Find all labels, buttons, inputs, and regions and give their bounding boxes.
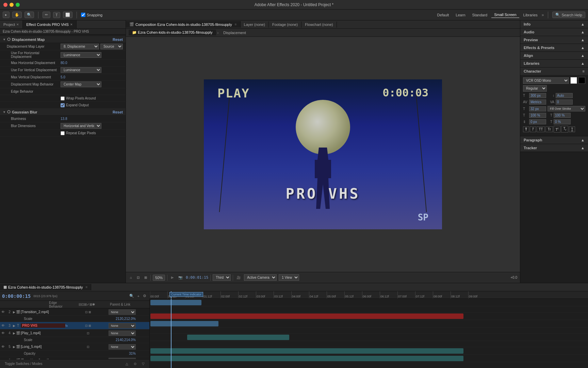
snapping-checkbox[interactable] bbox=[81, 13, 85, 17]
layer-5-name[interactable]: [Long_5.mp4] bbox=[21, 345, 68, 349]
layer-tab[interactable]: Layer (none) bbox=[241, 21, 269, 28]
viewer-preview-btn[interactable]: ⊳ bbox=[169, 275, 175, 280]
close-effect-controls-tab[interactable]: ✕ bbox=[70, 23, 73, 26]
char-tracking-input[interactable] bbox=[529, 99, 546, 105]
layer-4-sub-value[interactable]: 2140,214.0% bbox=[116, 338, 136, 342]
workspace-learn[interactable]: Learn bbox=[453, 12, 468, 18]
search-help-button[interactable]: 🔍 Search Help bbox=[552, 12, 585, 18]
maximize-button[interactable] bbox=[16, 3, 20, 7]
info-section-header[interactable]: Info ▲ bbox=[520, 20, 588, 28]
layer-5-expand[interactable]: ▶ bbox=[13, 345, 15, 349]
workspace-smallscreen[interactable]: Small Screen bbox=[491, 12, 519, 18]
max-v-displacement-value[interactable]: 5.0 bbox=[61, 75, 123, 79]
char-font-size-input[interactable] bbox=[529, 93, 546, 98]
character-menu-icon[interactable]: ≡ bbox=[583, 69, 585, 73]
char-fill-color[interactable] bbox=[570, 77, 577, 84]
h-displacement-select[interactable]: Luminance bbox=[61, 52, 101, 58]
footage-tab[interactable]: Footage (none) bbox=[269, 21, 301, 28]
tl-bar-6[interactable] bbox=[150, 348, 463, 354]
tool-text[interactable]: T bbox=[53, 12, 60, 18]
tl-bar-7[interactable] bbox=[150, 356, 463, 361]
tl-zoom-slider[interactable]: ⊙ bbox=[132, 361, 138, 366]
expand-output-checkbox[interactable] bbox=[61, 103, 65, 107]
char-italic-btn[interactable]: T bbox=[530, 126, 536, 132]
viewer-tab-displacement[interactable]: Displacement bbox=[220, 30, 249, 35]
tab-project[interactable]: Project ✕ bbox=[0, 20, 23, 28]
tab-effect-controls[interactable]: Effect Controls PRO VHS ✕ bbox=[23, 20, 77, 28]
layer-2-expand[interactable]: ▶ bbox=[13, 310, 15, 314]
layer-4-vis[interactable]: 👁 bbox=[0, 331, 6, 335]
align-section-header[interactable]: Align ▲ bbox=[520, 52, 588, 59]
char-tsf-input[interactable] bbox=[554, 119, 571, 124]
tool-shape[interactable]: ⬜ bbox=[63, 12, 72, 18]
tool-pen[interactable]: ✏ bbox=[43, 12, 50, 18]
workspace-default[interactable]: Default bbox=[435, 12, 452, 18]
tool-hand[interactable]: ✋ bbox=[12, 12, 22, 18]
viewer-home-btn[interactable]: ⌂ bbox=[129, 275, 133, 280]
viewer-camera-btn[interactable]: 📷 bbox=[177, 275, 184, 280]
timeline-tab-menu[interactable]: ≡ bbox=[86, 285, 88, 289]
tool-select[interactable]: ▸ bbox=[3, 12, 10, 18]
paragraph-section-header[interactable]: Paragraph ▲ bbox=[520, 136, 588, 144]
viewer-fit-btn[interactable]: ⊡ bbox=[135, 275, 141, 280]
comp-tab-close[interactable]: ≡ bbox=[235, 22, 237, 26]
layer-2-vis[interactable]: 👁 bbox=[0, 310, 6, 314]
layer-5-sub-value[interactable]: 31% bbox=[129, 352, 136, 355]
viewer-camera-select[interactable]: Active Camera bbox=[244, 274, 277, 281]
char-bold-btn[interactable]: T bbox=[523, 126, 529, 132]
layer-2-name[interactable]: [Transition_2.mp4] bbox=[21, 310, 68, 314]
tl-zoom-in-btn[interactable]: ▽ bbox=[140, 361, 147, 366]
layer-4-parent-select[interactable]: None bbox=[109, 331, 136, 336]
layer-3-parent-select[interactable]: None bbox=[109, 323, 136, 328]
workspace-more[interactable]: » bbox=[542, 13, 544, 17]
char-font-select[interactable]: VCR OSD Mono bbox=[523, 77, 569, 84]
tl-zoom-out-btn[interactable]: △ bbox=[124, 361, 130, 366]
gaussian-blur-reset[interactable]: Reset bbox=[113, 110, 123, 114]
viewer-safe-zones-btn[interactable]: ⊞ bbox=[143, 275, 148, 280]
char-stroke-size-input[interactable] bbox=[529, 106, 546, 111]
workspace-standard[interactable]: Standard bbox=[470, 12, 490, 18]
viewer-third-select[interactable]: Third Half Full bbox=[213, 274, 231, 281]
minimize-button[interactable] bbox=[10, 3, 14, 7]
tool-zoom[interactable]: 🔍 bbox=[24, 12, 34, 18]
displacement-map-layer-select[interactable]: 8. Displaceme bbox=[61, 44, 99, 49]
tracker-section-header[interactable]: Tracker ▲ bbox=[520, 144, 588, 152]
displacement-behavior-select[interactable]: Center Map bbox=[61, 81, 101, 87]
tl-search-btn[interactable]: 🔍 bbox=[128, 293, 135, 299]
viewer-view-count-select[interactable]: 1 View bbox=[279, 274, 299, 281]
char-stroke-color[interactable] bbox=[578, 77, 585, 84]
displacement-map-arrow[interactable]: ▼ bbox=[3, 38, 6, 41]
wrap-pixels-checkbox[interactable] bbox=[61, 96, 65, 101]
timeline-tab-main[interactable]: ▦ Ezra Cohen-kids-in-studio-138705-films… bbox=[0, 284, 91, 290]
layer-2-sub-value[interactable]: 2120,212.0% bbox=[116, 317, 136, 321]
layer-5-parent-select[interactable]: None bbox=[109, 344, 136, 350]
tl-bar-4[interactable] bbox=[150, 321, 218, 326]
displacement-source-select[interactable]: Source bbox=[100, 44, 123, 49]
char-smallcaps-btn[interactable]: Tr bbox=[545, 126, 553, 132]
tl-bar-2[interactable] bbox=[150, 300, 201, 305]
v-displacement-select[interactable]: Luminance bbox=[61, 67, 101, 73]
workspace-libraries[interactable]: Libraries bbox=[521, 12, 540, 18]
char-caps-btn[interactable]: TT bbox=[537, 126, 545, 132]
tl-ruler[interactable]: 00:00f 00:12f 01:00f 01:12f 02:00f 02:12… bbox=[150, 291, 588, 299]
char-fill-opacity-input[interactable] bbox=[529, 113, 546, 118]
close-button[interactable] bbox=[3, 3, 7, 7]
layer-5-vis[interactable]: 👁 bbox=[0, 345, 6, 349]
viewer-zoom-value[interactable]: 50% bbox=[153, 275, 165, 281]
char-leading-input[interactable] bbox=[556, 93, 573, 98]
repeat-edge-checkbox[interactable] bbox=[61, 131, 65, 135]
tl-settings-btn[interactable]: ⚙ bbox=[142, 293, 147, 299]
layer-3-name[interactable]: PRO VHS bbox=[21, 323, 65, 328]
effects-presets-header[interactable]: Effects & Presets ▲ bbox=[520, 44, 588, 51]
viewer-tab-main[interactable]: 📁 Ezra Cohen-kids-in-studio-138705-films… bbox=[129, 30, 216, 35]
char-super-btn[interactable]: Tr bbox=[554, 126, 561, 133]
tl-bar-5[interactable] bbox=[187, 335, 289, 340]
character-section-header[interactable]: Character ≡ bbox=[520, 67, 588, 75]
layer-4-expand[interactable]: ▶ bbox=[13, 332, 15, 335]
tl-current-time[interactable]: 0:00:00:15 bbox=[2, 293, 31, 299]
char-stroke-opacity-input[interactable] bbox=[554, 113, 571, 118]
char-baseline-input[interactable] bbox=[529, 119, 546, 124]
blur-dimensions-select[interactable]: Horizontal and Vertical bbox=[61, 123, 101, 129]
toggle-switches-btn[interactable]: Toggle Switches / Modes bbox=[3, 361, 45, 366]
audio-section-header[interactable]: Audio ▲ bbox=[520, 28, 588, 36]
